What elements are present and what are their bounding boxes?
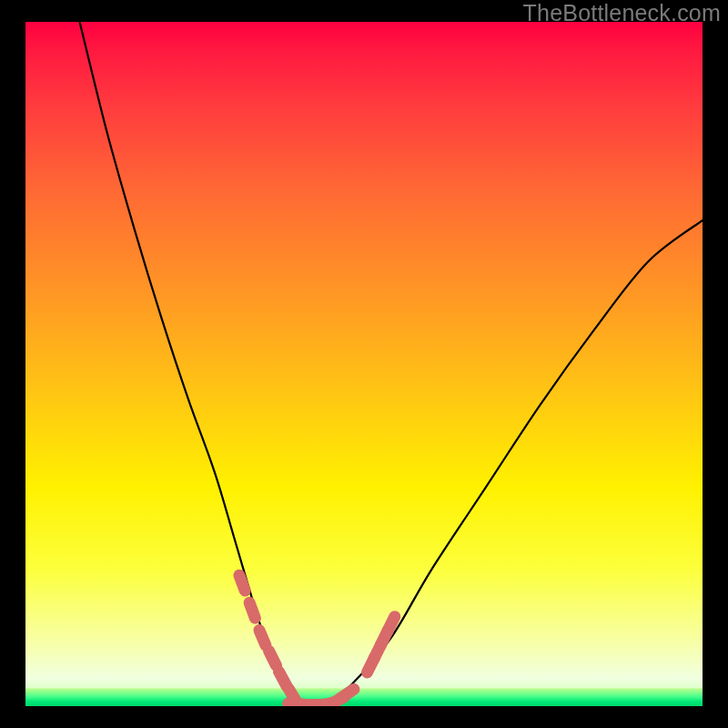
plot-area bbox=[25, 22, 703, 706]
watermark-text: TheBottleneck.com bbox=[523, 0, 721, 26]
plot-frame bbox=[25, 22, 703, 706]
baseline-green-strip bbox=[25, 688, 703, 706]
heat-gradient-background bbox=[25, 22, 703, 706]
